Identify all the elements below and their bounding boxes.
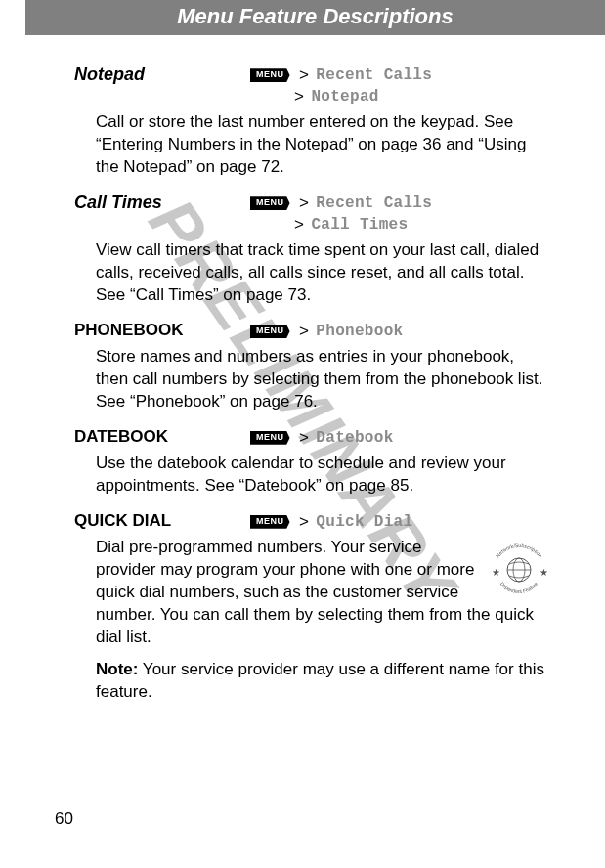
body-text: Call or store the last number entered on… bbox=[96, 111, 550, 179]
note-body: Your service provider may use a differen… bbox=[96, 660, 544, 701]
feature-title: PHONEBOOK bbox=[74, 321, 250, 340]
svg-text:★: ★ bbox=[492, 567, 500, 578]
globe-badge-icon: Network/Subscription Dependent Feature ★… bbox=[488, 541, 550, 597]
svg-text:Dependent Feature: Dependent Feature bbox=[499, 581, 539, 594]
section-notepad: Notepad MENU > Recent Calls > Notepad Ca… bbox=[74, 65, 550, 179]
nav-path: MENU > Datebook bbox=[250, 427, 550, 449]
svg-text:★: ★ bbox=[540, 567, 548, 578]
path-item: Quick Dial bbox=[316, 513, 412, 531]
feature-title: QUICK DIAL bbox=[74, 511, 250, 531]
separator-icon: > bbox=[299, 322, 309, 340]
body-text: Use the datebook calendar to schedule an… bbox=[96, 453, 550, 498]
feature-title: Notepad bbox=[74, 65, 250, 85]
nav-path: MENU > Quick Dial bbox=[250, 511, 550, 533]
separator-icon: > bbox=[294, 87, 304, 106]
body-text: View call timers that track time spent o… bbox=[96, 239, 550, 307]
menu-key-icon: MENU bbox=[250, 515, 290, 529]
path-item: Phonebook bbox=[316, 323, 403, 340]
page-header: Menu Feature Descriptions bbox=[25, 0, 605, 35]
separator-icon: > bbox=[299, 512, 309, 531]
page-number: 60 bbox=[55, 809, 73, 829]
separator-icon: > bbox=[299, 194, 309, 212]
menu-key-icon: MENU bbox=[250, 325, 290, 338]
menu-key-icon: MENU bbox=[250, 68, 290, 82]
feature-title: DATEBOOK bbox=[74, 427, 250, 447]
path-item: Datebook bbox=[316, 429, 393, 447]
section-calltimes: Call Times MENU > Recent Calls > Call Ti… bbox=[74, 193, 550, 307]
body-text: Dial pre-programmed numbers. Your servic… bbox=[96, 537, 550, 649]
section-datebook: DATEBOOK MENU > Datebook Use the dateboo… bbox=[74, 427, 550, 498]
nav-path: MENU > Recent Calls > Call Times bbox=[250, 193, 550, 236]
path-item: Recent Calls bbox=[316, 195, 432, 212]
svg-text:Network/Subscription: Network/Subscription bbox=[495, 542, 543, 559]
path-item: Notepad bbox=[311, 88, 378, 106]
feature-title: Call Times bbox=[74, 193, 250, 213]
menu-key-icon: MENU bbox=[250, 431, 290, 445]
separator-icon: > bbox=[299, 65, 309, 84]
separator-icon: > bbox=[299, 428, 309, 447]
network-dependent-badge: Network/Subscription Dependent Feature ★… bbox=[488, 541, 550, 601]
note-text: Note: Your service provider may use a di… bbox=[96, 659, 550, 704]
note-label: Note: bbox=[96, 660, 138, 678]
section-quickdial: QUICK DIAL MENU > Quick Dial Network/Sub… bbox=[74, 511, 550, 704]
path-item: Recent Calls bbox=[316, 66, 432, 84]
nav-path: MENU > Phonebook bbox=[250, 321, 550, 342]
body-text: Store names and numbers as entries in yo… bbox=[96, 346, 550, 413]
menu-key-icon: MENU bbox=[250, 196, 290, 210]
nav-path: MENU > Recent Calls > Notepad bbox=[250, 65, 550, 108]
section-phonebook: PHONEBOOK MENU > Phonebook Store names a… bbox=[74, 321, 550, 413]
path-item: Call Times bbox=[311, 216, 408, 234]
separator-icon: > bbox=[294, 215, 304, 234]
